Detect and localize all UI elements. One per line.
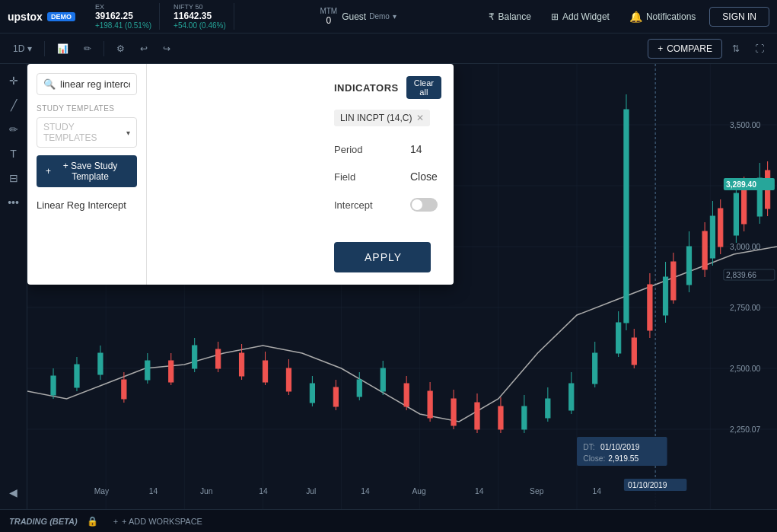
notifications-label: Notifications — [646, 11, 696, 22]
settings-btn[interactable]: ⚙ — [111, 41, 130, 56]
svg-text:2,750.00: 2,750.00 — [730, 304, 760, 312]
indicator-result[interactable]: Linear Reg Intercept — [37, 196, 137, 214]
balance-label: Balance — [498, 11, 531, 22]
save-template-label: + Save Study Template — [53, 161, 128, 182]
search-icon: 🔍 — [43, 78, 56, 90]
svg-text:14: 14 — [475, 487, 484, 495]
crosshair-tool[interactable]: ✛ — [3, 70, 24, 91]
nav-stock-ex[interactable]: EX 39162.25 +198.41 (0.51%) — [88, 3, 160, 30]
pen-tool[interactable]: ✏ — [3, 119, 24, 140]
toolbar-sep-1 — [44, 41, 45, 56]
pencil-icon: ✏ — [84, 43, 91, 54]
indicators-modal: 🔍 STUDY TEMPLATES STUDY TEMPLATES ▾ + + … — [27, 64, 454, 285]
sort-btn[interactable]: ⇅ — [727, 41, 745, 56]
add-workspace-button[interactable]: + + ADD WORKSPACE — [107, 514, 209, 528]
apply-button[interactable]: APPLY — [334, 242, 431, 272]
toolbar: 1D ▾ 📊 ✏ ⚙ ↩ ↪ + COMPARE ⇅ ⛶ — [0, 33, 777, 64]
gear-icon: ⚙ — [116, 43, 125, 54]
expand-btn[interactable]: ⛶ — [750, 41, 769, 56]
svg-text:2,250.07: 2,250.07 — [730, 425, 760, 434]
period-label: Period — [334, 144, 395, 155]
add-widget-btn[interactable]: ⊞ Add Widget — [545, 8, 616, 25]
stock-ex-change: +198.41 (0.51%) — [95, 21, 151, 30]
svg-text:14: 14 — [149, 487, 158, 495]
line-tool[interactable]: ╱ — [3, 94, 24, 116]
redo-icon: ↪ — [163, 43, 170, 54]
svg-text:2,500.00: 2,500.00 — [730, 365, 760, 373]
chevron-down-icon: ▾ — [126, 129, 130, 137]
guest-sub: Demo — [369, 12, 390, 21]
nav-right: ₹ Balance ⊞ Add Widget 🔔 Notifications S… — [482, 7, 769, 27]
study-template-select[interactable]: STUDY TEMPLATES ▾ — [37, 117, 137, 148]
svg-text:3,289.40: 3,289.40 — [726, 180, 756, 189]
svg-text:01/10/2019: 01/10/2019 — [628, 481, 667, 489]
collapse-tool[interactable]: ◀ — [3, 482, 24, 503]
notifications-btn[interactable]: 🔔 Notifications — [623, 8, 702, 26]
toggle-knob — [412, 199, 422, 210]
indicator-tag: LIN INCPT (14,C) ✕ — [334, 110, 430, 126]
indicator-search-input[interactable] — [60, 78, 130, 90]
period-row: Period 14 — [334, 143, 441, 155]
guest-box[interactable]: Guest Demo ▾ — [342, 11, 396, 22]
svg-text:Jul: Jul — [306, 487, 316, 495]
plus-icon: + — [46, 166, 51, 177]
svg-text:3,500.00: 3,500.00 — [730, 121, 760, 129]
compare-button[interactable]: + COMPARE — [648, 39, 722, 59]
toolbar-sep-2 — [103, 41, 104, 56]
svg-text:Sep: Sep — [530, 487, 544, 495]
nav-stock-nifty[interactable]: NIFTY 50 11642.35 +54.00 (0.46%) — [166, 3, 234, 30]
indicator-tag-label: LIN INCPT (14,C) — [340, 113, 412, 123]
stock-nifty-value: 11642.35 — [174, 11, 226, 21]
sign-in-button[interactable]: SIGN IN — [709, 7, 769, 27]
save-template-button[interactable]: + + Save Study Template — [37, 155, 137, 187]
field-value[interactable]: Close — [410, 170, 438, 183]
svg-text:DT:: DT: — [583, 443, 594, 451]
svg-text:01/10/2019: 01/10/2019 — [600, 443, 640, 451]
search-box[interactable]: 🔍 — [37, 73, 137, 95]
study-templates-label: STUDY TEMPLATES — [37, 104, 137, 113]
svg-text:14: 14 — [361, 487, 370, 495]
bell-icon: 🔔 — [629, 11, 642, 23]
text-tool[interactable]: T — [3, 143, 24, 164]
drawing-btn[interactable]: ✏ — [78, 41, 97, 56]
add-widget-label: Add Widget — [562, 11, 610, 22]
mtm-value: 0 — [326, 15, 331, 26]
clear-all-button[interactable]: Clear all — [406, 76, 441, 99]
modal-right: INDICATORS Clear all LIN INCPT (14,C) ✕ … — [322, 64, 454, 285]
bottom-bar: TRADING (BETA) 🔒 + + ADD WORKSPACE — [0, 509, 777, 532]
svg-text:14: 14 — [259, 487, 268, 495]
lock-icon: 🔒 — [87, 516, 98, 527]
measure-tool[interactable]: ⊟ — [3, 167, 24, 189]
svg-text:3,000.00: 3,000.00 — [730, 243, 760, 251]
indicators-title: INDICATORS — [334, 82, 399, 94]
field-label: Field — [334, 171, 395, 183]
plus-icon: + — [113, 517, 118, 526]
mtm-label: MTM — [320, 7, 337, 15]
indicators-btn[interactable]: 📊 — [52, 41, 74, 56]
period-value[interactable]: 14 — [410, 143, 422, 155]
stock-nifty-name: NIFTY 50 — [174, 3, 226, 11]
intercept-row: Intercept — [334, 198, 441, 212]
svg-text:14: 14 — [593, 487, 602, 495]
balance-btn[interactable]: ₹ Balance — [482, 8, 537, 25]
side-tools: ✛ ╱ ✏ T ⊟ ••• ◀ — [0, 64, 27, 509]
intercept-toggle[interactable] — [410, 198, 438, 212]
field-row: Field Close — [334, 170, 441, 183]
add-workspace-label: + ADD WORKSPACE — [122, 517, 202, 526]
active-indicator: LIN INCPT (14,C) ✕ — [334, 110, 441, 126]
timeframe-selector[interactable]: 1D ▾ — [8, 41, 37, 56]
undo-btn[interactable]: ↩ — [135, 41, 153, 56]
plus-icon: + — [658, 43, 663, 54]
logo-text: upstox — [8, 11, 43, 23]
intercept-label: Intercept — [334, 199, 395, 211]
compare-label: COMPARE — [667, 43, 712, 54]
stock-ex-name: EX — [95, 3, 151, 11]
rupee-icon: ₹ — [489, 11, 495, 22]
close-icon[interactable]: ✕ — [416, 113, 424, 123]
mtm-box: MTM 0 — [320, 7, 337, 26]
trading-label: TRADING (BETA) — [9, 517, 78, 526]
redo-btn[interactable]: ↪ — [158, 41, 176, 56]
logo[interactable]: upstox DEMO — [8, 11, 75, 23]
more-tools[interactable]: ••• — [3, 192, 24, 213]
nav-center: MTM 0 Guest Demo ▾ — [240, 7, 476, 26]
